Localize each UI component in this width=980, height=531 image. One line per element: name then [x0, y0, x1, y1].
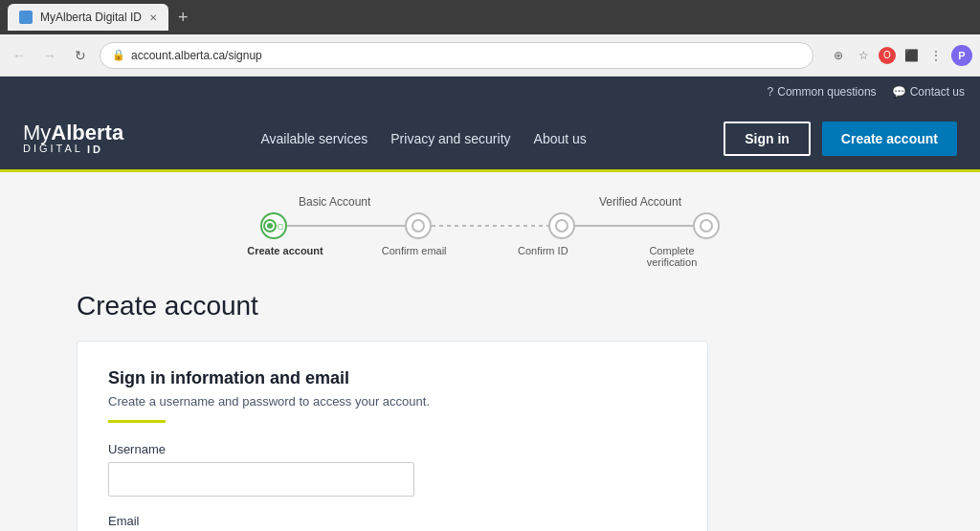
- browser-actions: ⊕ ☆ O ⬛ ⋮ P: [829, 45, 972, 66]
- step-4-circle: [693, 212, 720, 239]
- page-title: Create account: [77, 291, 903, 321]
- logo: MyAlberta DIGITAL ID: [23, 122, 123, 155]
- common-questions-link[interactable]: ? Common questions: [768, 85, 877, 99]
- nav-available-services[interactable]: Available services: [260, 131, 368, 146]
- logo-alberta: Alberta: [51, 121, 123, 144]
- logo-text: MyAlberta: [23, 122, 123, 144]
- verified-account-label: Verified Account: [599, 195, 681, 209]
- zoom-button[interactable]: ⊕: [829, 46, 848, 65]
- logo-digital: DIGITAL: [23, 144, 83, 155]
- nav-about-us[interactable]: About us: [534, 131, 587, 146]
- svg-point-2: [412, 220, 424, 232]
- create-account-button[interactable]: Create account: [822, 122, 957, 156]
- logo-id: ID: [87, 144, 103, 155]
- menu-button[interactable]: ⋮: [926, 46, 946, 65]
- address-text: account.alberta.ca/signup: [131, 49, 262, 62]
- browser-chrome: MyAlberta Digital ID ✕ +: [0, 0, 980, 34]
- svg-point-1: [267, 223, 273, 229]
- stepper-track: [260, 212, 720, 239]
- step-line-1: [287, 225, 405, 227]
- step-line-3: [575, 225, 693, 227]
- star-button[interactable]: ☆: [854, 46, 873, 65]
- forward-button[interactable]: →: [38, 44, 61, 67]
- step-1-circle: [260, 212, 287, 239]
- form-card: Sign in information and email Create a u…: [77, 341, 708, 531]
- username-label: Username: [108, 442, 677, 456]
- step-2-label: Confirm email: [376, 245, 453, 268]
- form-section-desc: Create a username and password to access…: [108, 394, 677, 409]
- stepper: Basic Account Verified Account: [77, 195, 903, 268]
- tab-close-button[interactable]: ✕: [149, 12, 157, 23]
- nav-privacy-security[interactable]: Privacy and security: [390, 131, 510, 146]
- step-3-label: Confirm ID: [504, 245, 581, 268]
- form-section-title: Sign in information and email: [108, 368, 677, 388]
- main-header: MyAlberta DIGITAL ID Available services …: [0, 107, 980, 172]
- address-bar[interactable]: 🔒 account.alberta.ca/signup: [100, 42, 813, 69]
- svg-point-4: [701, 220, 712, 232]
- utility-bar: ? Common questions 💬 Contact us: [0, 77, 980, 107]
- contact-us-link[interactable]: 💬 Contact us: [892, 85, 965, 99]
- stepper-group-labels: Basic Account Verified Account: [260, 195, 720, 209]
- opera-icon: O: [879, 47, 896, 64]
- lock-icon: 🔒: [112, 49, 125, 61]
- main-nav: Available services Privacy and security …: [260, 131, 586, 146]
- profile-icon[interactable]: P: [951, 45, 972, 66]
- reload-button[interactable]: ↻: [69, 44, 92, 67]
- sign-in-button[interactable]: Sign in: [724, 122, 811, 156]
- nav-bar: ← → ↻ 🔒 account.alberta.ca/signup ⊕ ☆ O …: [0, 34, 980, 77]
- question-icon: ?: [768, 85, 774, 99]
- browser-tab[interactable]: MyAlberta Digital ID ✕: [8, 4, 168, 31]
- step-4-label: Complete verification: [624, 245, 720, 268]
- username-input[interactable]: [108, 462, 414, 497]
- tab-title: MyAlberta Digital ID: [40, 11, 142, 24]
- tab-favicon: [19, 11, 33, 24]
- basic-account-label: Basic Account: [299, 195, 370, 209]
- svg-point-3: [556, 220, 568, 232]
- step-3-circle: [548, 212, 575, 239]
- step-1-label: Create account: [247, 245, 323, 268]
- step-line-2: [432, 225, 549, 227]
- step-2-circle: [405, 212, 432, 239]
- page-content: Basic Account Verified Account: [0, 172, 980, 531]
- email-group: Email: [108, 514, 677, 531]
- logo-my: My: [23, 121, 51, 144]
- email-label: Email: [108, 514, 677, 528]
- chat-icon: 💬: [892, 85, 906, 99]
- form-divider: [108, 420, 166, 423]
- stepper-step-labels: Create account Confirm email Confirm ID …: [260, 245, 720, 268]
- extensions-button[interactable]: ⬛: [902, 46, 921, 65]
- header-actions: Sign in Create account: [724, 122, 957, 156]
- username-group: Username: [108, 442, 677, 497]
- new-tab-button[interactable]: +: [172, 8, 194, 28]
- back-button[interactable]: ←: [8, 44, 31, 67]
